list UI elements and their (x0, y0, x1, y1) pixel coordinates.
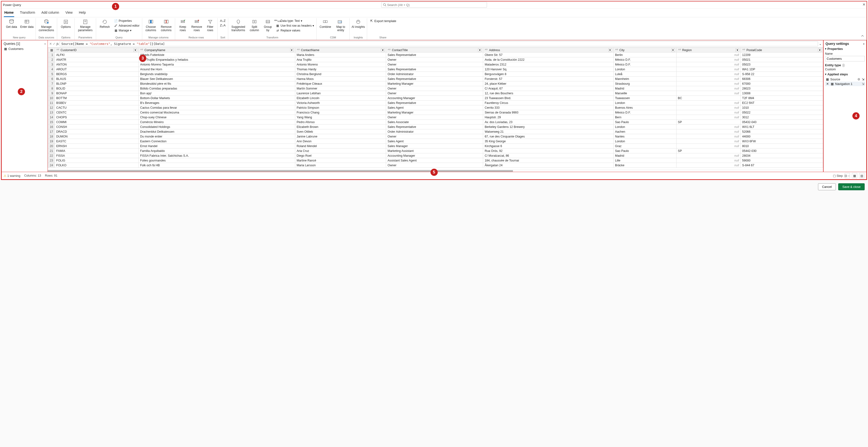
data-cell[interactable]: 28034 (741, 153, 823, 158)
row-number[interactable]: 14 (48, 115, 55, 120)
column-header[interactable]: ᴬᴮCustomerID▾ (55, 48, 138, 53)
data-cell[interactable]: 05022 (741, 110, 823, 115)
data-cell[interactable]: null (676, 139, 740, 144)
table-row[interactable]: 23FOLIGFolies gourmandesMartine RancéAss… (48, 158, 823, 163)
step-source[interactable]: ▦ Source ⚙ ⇲ (825, 77, 865, 81)
row-number[interactable]: 8 (48, 86, 55, 91)
data-cell[interactable]: 24, place Kléber (483, 81, 614, 86)
column-header[interactable]: ᴬᴮRegion▾ (676, 48, 740, 53)
row-number[interactable]: 24 (48, 163, 55, 168)
data-cell[interactable]: 23 Tsawassen Blvd. (483, 96, 614, 101)
data-cell[interactable]: Nantes (613, 134, 676, 139)
data-cell[interactable]: 1010 (741, 105, 823, 110)
data-cell[interactable]: Elizabeth Brown (295, 125, 386, 129)
data-cell[interactable]: Avda. de la Constitución 2222 (483, 57, 614, 62)
step-navigation[interactable]: ✕ ▦ Navigation 1 ⇲ (825, 81, 865, 86)
data-cell[interactable]: Sales Manager (386, 144, 483, 148)
data-cell[interactable]: C/ Moralzarzal, 86 (483, 153, 614, 158)
data-cell[interactable]: Madrid (613, 86, 676, 91)
data-cell[interactable]: Mannheim (613, 76, 676, 81)
cancel-button[interactable]: Cancel (818, 183, 836, 190)
data-cell[interactable]: null (676, 101, 740, 105)
data-cell[interactable]: C/ Araquil, 67 (483, 86, 614, 91)
data-cell[interactable]: Accounting Manager (386, 96, 483, 101)
data-cell[interactable]: S-844 67 (741, 163, 823, 168)
data-cell[interactable]: 184, chaussée de Tournai (483, 158, 614, 163)
data-cell[interactable]: null (676, 67, 740, 72)
table-row[interactable]: 3ANTONAntonio Moreno TaqueríaAntonio Mor… (48, 62, 823, 67)
data-cell[interactable]: London (613, 125, 676, 129)
data-cell[interactable]: London (613, 139, 676, 144)
manage-button[interactable]: ▦Manage ▾ (114, 28, 132, 33)
data-cell[interactable]: BERGS (55, 72, 138, 76)
data-cell[interactable]: Owner (386, 115, 483, 120)
data-cell[interactable]: Walserweg 21 (483, 129, 614, 134)
replace-values-button[interactable]: ⇄Replace values (275, 28, 301, 33)
column-filter-button[interactable]: ▾ (818, 48, 822, 52)
row-number[interactable]: 5 (48, 72, 55, 76)
data-cell[interactable]: Ana Trujillo (295, 57, 386, 62)
data-cell[interactable]: COMMI (55, 120, 138, 125)
branch-icon[interactable]: ⇲ (862, 82, 864, 85)
data-cell[interactable]: Sao Paulo (613, 120, 676, 125)
data-cell[interactable]: null (676, 153, 740, 158)
schema-view-button[interactable]: ▥ (859, 173, 864, 178)
data-cell[interactable]: Hauptstr. 29 (483, 115, 614, 120)
keep-rows-button[interactable]: Keep rows (177, 19, 189, 32)
row-number[interactable]: 16 (48, 125, 55, 129)
data-grid[interactable]: ▦ᴬᴮCustomerID▾ᴬᴮCompanyName▾ᴬᴮContactNam… (48, 47, 823, 168)
data-cell[interactable]: 44000 (741, 134, 823, 139)
info-icon[interactable]: i (842, 64, 845, 67)
row-number[interactable]: 1 (48, 53, 55, 57)
data-cell[interactable]: Bólido Comidas preparadas (138, 86, 295, 91)
data-cell[interactable]: WX1 6LT (741, 125, 823, 129)
data-cell[interactable]: Lille (613, 158, 676, 163)
data-cell[interactable]: Patricio Simpson (295, 105, 386, 110)
manage-connections-button[interactable]: Manage connections (38, 19, 55, 32)
data-cell[interactable]: Christina Berglund (295, 72, 386, 76)
data-cell[interactable]: Antonio Moreno Taquería (138, 62, 295, 67)
data-cell[interactable]: BLONP (55, 81, 138, 86)
data-cell[interactable]: Sales Agent (386, 139, 483, 144)
column-filter-button[interactable]: ▾ (478, 48, 482, 52)
data-cell[interactable]: México D.F. (613, 57, 676, 62)
advanced-editor-button[interactable]: 🖉Advanced editor (114, 24, 140, 28)
data-cell[interactable]: Marketing Assistant (386, 148, 483, 153)
tab-view[interactable]: View (65, 10, 73, 17)
data-cell[interactable]: SP (676, 148, 740, 153)
data-cell[interactable]: Chop-suey Chinese (138, 115, 295, 120)
row-number[interactable]: 20 (48, 144, 55, 148)
formula-bar[interactable]: Source{[Name = "Customers", Signature = … (60, 41, 818, 46)
data-cell[interactable]: null (676, 72, 740, 76)
grid-view-button[interactable]: ▦ (852, 173, 857, 178)
data-cell[interactable]: Strasbourg (613, 81, 676, 86)
table-row[interactable]: 13CENTCCentro comercial MoctezumaFrancis… (48, 110, 823, 115)
data-cell[interactable]: Kirchgasse 6 (483, 144, 614, 148)
row-number[interactable]: 11 (48, 101, 55, 105)
data-cell[interactable]: Luleå (613, 72, 676, 76)
data-cell[interactable]: Owner (386, 86, 483, 91)
data-cell[interactable]: S-958 22 (741, 72, 823, 76)
data-cell[interactable]: 67, rue des Cinquante Otages (483, 134, 614, 139)
map-entity-button[interactable]: CDM Map to entity (334, 19, 347, 32)
table-row[interactable]: 12CACTUCactus Comidas para llevarPatrici… (48, 105, 823, 110)
data-cell[interactable]: Accounting Manager (386, 153, 483, 158)
table-row[interactable]: 2ANATRAna Trujillo Emparedados y helados… (48, 57, 823, 62)
row-number[interactable]: 9 (48, 91, 55, 96)
data-cell[interactable]: Berglunds snabbköp (138, 72, 295, 76)
data-cell[interactable]: null (676, 86, 740, 91)
data-cell[interactable]: Forsterstr. 57 (483, 76, 614, 81)
row-number[interactable]: 2 (48, 57, 55, 62)
tab-home[interactable]: Home (4, 10, 14, 17)
row-number[interactable]: 17 (48, 129, 55, 134)
data-cell[interactable]: London (613, 67, 676, 72)
data-cell[interactable]: 05432-043 (741, 120, 823, 125)
column-filter-button[interactable]: ▾ (736, 48, 739, 52)
data-cell[interactable]: Sierras de Granada 9993 (483, 110, 614, 115)
data-cell[interactable]: BOTTM (55, 96, 138, 101)
data-cell[interactable]: 52066 (741, 129, 823, 134)
data-cell[interactable]: EC2 5NT (741, 101, 823, 105)
split-column-button[interactable]: Split column (248, 19, 260, 32)
data-cell[interactable]: null (676, 134, 740, 139)
data-cell[interactable]: Marseille (613, 91, 676, 96)
